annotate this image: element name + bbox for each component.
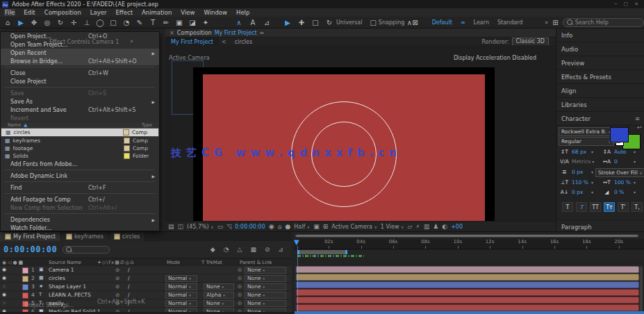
project-item-row[interactable]: ▦ circles Comp [1, 128, 159, 137]
menu-item[interactable]: Layer [90, 9, 108, 16]
comp-timecode[interactable]: 0:00:00:00 [235, 224, 265, 230]
baseline-shift-control[interactable]: A↓ 0 px▾ [559, 189, 593, 195]
parent-dropdown[interactable]: None [245, 267, 286, 274]
layer-row[interactable]: ◉ 2 ▦ circles ⊘ ∕ Normal ◎ None [0, 274, 292, 283]
tool-icon[interactable]: □ [108, 19, 118, 26]
trkmat-dropdown[interactable]: None [204, 300, 234, 307]
project-list-header[interactable]: Name ▲ Type [1, 122, 159, 128]
snapping-checkbox[interactable]: □ [370, 19, 376, 26]
blend-mode-dropdown[interactable]: Normal [165, 275, 197, 282]
timeline-comp-tab[interactable]: My First Project [0, 232, 61, 241]
tool-icon[interactable]: ▶ [16, 19, 26, 26]
timeline-icon[interactable]: ▥ [424, 223, 430, 230]
workspace-learn[interactable]: Learn [474, 19, 489, 26]
tool-icon[interactable]: T [148, 19, 158, 26]
timeline-horizontal-scrollbar[interactable] [295, 234, 639, 238]
file-menu-item[interactable]: Save Ctrl+S [1, 89, 159, 97]
fill-color-swatch[interactable] [610, 127, 629, 142]
file-menu-item[interactable]: Watch Folder... [1, 224, 159, 231]
tool-icon[interactable]: ◯ [95, 19, 105, 26]
trkmat-column[interactable]: T TrkMat [201, 260, 222, 265]
timeline-vertical-scrollbar[interactable] [640, 266, 643, 312]
layer-duration-bar[interactable] [295, 266, 641, 274]
resolution-dropdown[interactable]: Half ∨ [294, 224, 310, 230]
hide-shy-layers-icon[interactable]: △ [237, 246, 242, 253]
horizontal-scale-control[interactable]: ↔T 100 %▾ [601, 179, 636, 185]
parent-pickwhip-icon[interactable]: ◎ [238, 283, 242, 289]
quality-icon[interactable]: ∕ [128, 283, 130, 290]
quality-icon[interactable]: ∕ [128, 300, 130, 306]
visibility-eye-icon[interactable]: ◉ [2, 275, 6, 281]
trkmat-dropdown[interactable]: Alpha [204, 292, 234, 299]
minimize-button[interactable]: ─ [614, 1, 617, 7]
magnification-icon[interactable]: ◫ [178, 223, 184, 230]
snap-options-icon[interactable]: ∧ [406, 19, 412, 26]
menu-item[interactable]: Edit [23, 9, 35, 16]
file-menu-item[interactable]: Open Recent ▶ [1, 49, 159, 57]
rulers-icon[interactable]: ▭ [217, 223, 224, 230]
fast-previews-icon[interactable]: ⚡ [415, 223, 420, 230]
flowchart-icon[interactable]: ♟ [433, 223, 438, 230]
file-menu-item[interactable]: Dependencies ▶ [1, 215, 159, 224]
leading-control[interactable]: ↕A Auto▾ [601, 149, 636, 155]
composition-viewport[interactable]: Active Camera Display Acceleration Disab… [165, 45, 556, 221]
timeline-bottom-scrollbar[interactable] [295, 311, 644, 314]
view-tool-icon[interactable]: ✚ [297, 19, 306, 26]
composition-panel-comp-name[interactable]: My First Project [215, 30, 257, 36]
file-menu-item[interactable]: Adobe Dynamic Link ▶ [1, 172, 159, 180]
snapshot-icon[interactable]: ◉ [269, 223, 274, 230]
layer-label-chip[interactable] [22, 284, 28, 290]
kerning-control[interactable]: V/A Metrics▾ [559, 158, 594, 165]
view-layout-dropdown[interactable]: 1 View ∨ [381, 224, 404, 230]
font-style-select[interactable]: Regular∨ [559, 137, 614, 146]
workspace-default[interactable]: Default [432, 19, 452, 26]
faux-style-button[interactable]: TT [590, 202, 601, 212]
layer-label-chip[interactable] [22, 276, 28, 282]
label-color-chip[interactable] [123, 129, 129, 135]
file-menu-item[interactable]: Open Project... Ctrl+O [1, 32, 159, 40]
file-menu-item[interactable]: Increment and Save Ctrl+Alt+Shift+S [1, 106, 159, 114]
blend-mode-dropdown[interactable]: Normal [165, 283, 197, 290]
trkmat-dropdown[interactable]: None [204, 283, 234, 290]
file-menu-item[interactable]: Find Ctrl+F [1, 183, 159, 192]
faux-style-button[interactable]: T' [618, 202, 629, 212]
panel-close-icon[interactable]: × [170, 30, 174, 36]
parent-dropdown[interactable]: None [245, 275, 286, 282]
label-color-chip[interactable] [124, 145, 130, 151]
faux-style-button[interactable]: T [576, 202, 587, 212]
draft-3d-icon[interactable]: ◔ [224, 246, 229, 253]
tool-icon[interactable]: ↻ [56, 19, 65, 26]
exposure-reset-icon[interactable]: ◐ [442, 223, 447, 230]
visibility-eye-icon[interactable]: ◉ [2, 300, 6, 306]
panel-header[interactable]: Info [556, 28, 644, 42]
file-menu-item[interactable]: Close Project [1, 77, 159, 85]
view-tool-icon[interactable]: □ [311, 19, 320, 26]
faux-style-button[interactable]: Tᴛ [604, 202, 615, 212]
panel-header[interactable]: Effects & Presets [556, 70, 644, 84]
shy-icon[interactable]: ⊘ [115, 267, 119, 273]
file-menu-item[interactable]: Save As ▶ [1, 97, 159, 106]
visibility-eye-icon[interactable]: ◉ [2, 283, 6, 289]
track-tool-icon[interactable]: ⊿ [262, 19, 272, 26]
layer-label-chip[interactable] [22, 267, 28, 274]
tool-icon[interactable]: ▣ [174, 19, 184, 26]
parent-pickwhip-icon[interactable]: ◎ [238, 275, 242, 281]
shy-icon[interactable]: ⊘ [115, 275, 119, 281]
transparency-grid-icon[interactable]: ⊞ [323, 223, 329, 230]
panel-header[interactable]: Audio [556, 42, 644, 56]
parent-dropdown[interactable]: None [245, 283, 286, 290]
parent-dropdown[interactable]: None [245, 300, 286, 307]
menu-item[interactable]: View [180, 9, 195, 16]
source-name-column[interactable]: Source Name [49, 260, 81, 265]
visibility-eye-icon[interactable]: ◉ [2, 267, 6, 272]
layer-duration-bar[interactable] [295, 274, 641, 281]
channels-icon[interactable]: ● [285, 223, 290, 230]
project-item-row[interactable]: ▦ keyframes Comp [1, 137, 159, 144]
workspace-menu-icon[interactable]: ≡ [461, 19, 465, 26]
fill-stroke-swatches[interactable]: ↩ [610, 127, 641, 149]
menu-item[interactable]: Composition [44, 9, 82, 16]
mode-column[interactable]: Mode [167, 260, 180, 265]
tool-icon[interactable]: ✥ [29, 19, 39, 26]
parent-dropdown[interactable]: None [245, 292, 286, 299]
fullscreen-icon[interactable]: ⊠ [412, 19, 418, 26]
